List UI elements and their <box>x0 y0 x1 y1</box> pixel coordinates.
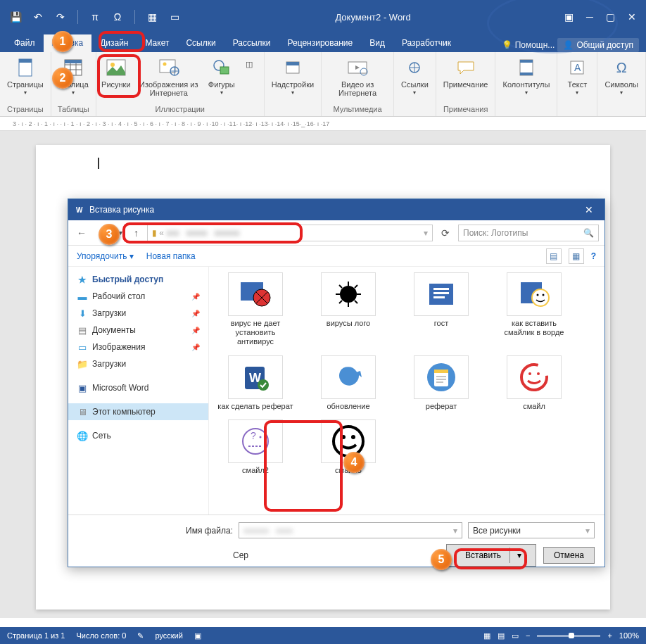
sidebar-word[interactable]: ▣Microsoft Word <box>68 379 208 396</box>
online-pictures-button[interactable]: Изображения из Интернета <box>133 55 205 99</box>
file-item[interactable]: обновление <box>310 355 386 411</box>
nav-up[interactable]: ↑ <box>131 226 141 240</box>
text-button[interactable]: AТекст▾ <box>562 55 593 98</box>
comment-icon <box>455 56 477 79</box>
addins-button[interactable]: Надстройки▾ <box>269 55 317 98</box>
maximize-icon[interactable]: ▢ <box>606 11 615 23</box>
new-folder-button[interactable]: Новая папка <box>146 251 196 261</box>
file-item[interactable]: вирусы лого <box>310 272 386 347</box>
zoom-in[interactable]: + <box>607 631 612 640</box>
qat-extra1[interactable]: π <box>88 10 102 24</box>
minimize-icon[interactable]: ─ <box>586 11 593 23</box>
share-button[interactable]: 👤Общий доступ <box>557 38 639 52</box>
file-item[interactable]: гост <box>403 272 479 347</box>
svg-point-47 <box>543 294 545 296</box>
shapes-icon <box>210 56 233 79</box>
nav-back[interactable]: ← <box>74 226 89 240</box>
svg-rect-21 <box>520 60 533 63</box>
tab-developer[interactable]: Разработчик <box>393 34 460 52</box>
cancel-button[interactable]: Отмена <box>543 547 595 564</box>
pictures-button[interactable]: Рисунки <box>101 55 132 90</box>
group-pages: Страницы▾ Страницы <box>0 52 51 116</box>
tools-button[interactable]: Сер <box>233 550 248 560</box>
insert-picture-dialog: W Вставка рисунка ✕ ← → ▾ ↑ ▮ « xxx xxxx… <box>68 198 605 567</box>
close-icon[interactable]: ✕ <box>628 11 636 23</box>
status-macro-icon[interactable]: ▣ <box>194 631 201 640</box>
view-read-icon[interactable]: ▦ <box>483 631 490 640</box>
zoom-out[interactable]: − <box>526 631 530 640</box>
sidebar-network[interactable]: 🌐Сеть <box>68 427 208 444</box>
view-button-2[interactable]: ▦ <box>569 248 584 264</box>
sidebar-documents[interactable]: ▤Документы📌 <box>68 322 208 339</box>
status-words[interactable]: Число слов: 0 <box>76 631 126 640</box>
tab-review[interactable]: Рецензирование <box>279 34 362 52</box>
tab-file[interactable]: Файл <box>6 34 44 52</box>
tab-design[interactable]: Дизайн <box>91 34 137 52</box>
view-print-icon[interactable]: ▤ <box>498 631 505 640</box>
file-item[interactable]: ?смайл2 <box>217 419 293 475</box>
shapes-button[interactable]: Фигуры▾ <box>206 55 237 98</box>
sidebar-desktop[interactable]: ▬Рабочий стол📌 <box>68 288 208 305</box>
view-button-1[interactable]: ▤ <box>546 248 562 264</box>
insert-button[interactable]: Вставить▾ <box>446 544 536 567</box>
page-icon <box>14 56 37 79</box>
headerfooter-icon <box>515 56 538 79</box>
svg-point-31 <box>340 286 357 303</box>
svg-text:W: W <box>76 206 83 214</box>
file-item[interactable]: Wкак сделать реферат <box>217 355 293 411</box>
tab-layout[interactable]: Макет <box>137 34 177 52</box>
ribbon-collapse-icon[interactable]: ▣ <box>564 11 574 23</box>
tell-me[interactable]: 💡Помощн... <box>502 40 555 50</box>
qat-undo[interactable]: ↶ <box>31 10 45 24</box>
file-item[interactable]: вирус не дает установить антивирус <box>217 272 293 347</box>
qat-table[interactable]: ▦ <box>145 10 159 24</box>
status-page[interactable]: Страница 1 из 1 <box>7 631 65 640</box>
sidebar-this-pc[interactable]: 🖥Этот компьютер <box>68 403 208 420</box>
svg-point-57 <box>521 365 547 390</box>
zoom-slider[interactable] <box>537 635 600 637</box>
word-icon: W <box>74 204 85 215</box>
help-icon[interactable]: ? <box>591 251 596 261</box>
status-proof-icon[interactable]: ✎ <box>137 631 144 640</box>
tab-references[interactable]: Ссылки <box>177 34 224 52</box>
zoom-level[interactable]: 100% <box>619 631 639 640</box>
sidebar-pictures[interactable]: ▭Изображения📌 <box>68 339 208 355</box>
file-item[interactable]: реферат <box>403 355 479 411</box>
symbols-button[interactable]: ΩСимволы▾ <box>602 55 641 98</box>
address-bar[interactable]: ▮ « xxx xxxxx xxxxxx▾ <box>147 225 433 241</box>
qat-redo[interactable]: ↷ <box>53 10 68 24</box>
smartart-button[interactable]: ◫ <box>239 55 260 73</box>
comment-button[interactable]: Примечание <box>441 55 491 90</box>
qat-page[interactable]: ▭ <box>167 10 182 24</box>
file-item[interactable]: как вставить смайлик в ворде <box>496 272 572 347</box>
window-buttons: ▣ ─ ▢ ✕ <box>564 11 643 23</box>
status-bar: Страница 1 из 1 Число слов: 0 ✎ русский … <box>0 627 646 644</box>
online-video-button[interactable]: Видео из Интернета <box>326 55 389 99</box>
dialog-titlebar[interactable]: W Вставка рисунка ✕ <box>68 199 604 220</box>
svg-rect-22 <box>520 72 533 75</box>
sidebar-downloads2[interactable]: 📁Загрузки <box>68 355 208 372</box>
sidebar-quick-access[interactable]: ★Быстрый доступ <box>68 271 208 288</box>
insert-dropdown-icon[interactable]: ▾ <box>513 548 526 563</box>
dialog-close-icon[interactable]: ✕ <box>579 203 599 217</box>
status-lang[interactable]: русский <box>155 631 182 640</box>
tab-mailings[interactable]: Рассылки <box>224 34 279 52</box>
headerfooter-button[interactable]: Колонтитулы▾ <box>500 55 552 98</box>
svg-line-39 <box>339 301 342 303</box>
pages-button[interactable]: Страницы▾ <box>4 55 46 98</box>
filter-combo[interactable]: Все рисунки▾ <box>468 522 595 538</box>
organize-button[interactable]: Упорядочить ▾ <box>77 251 134 261</box>
refresh-icon[interactable]: ⟳ <box>438 226 452 240</box>
search-input[interactable]: Поиск: Логотипы🔍 <box>458 225 599 241</box>
qat-save[interactable]: 💾 <box>8 10 23 24</box>
tab-view[interactable]: Вид <box>361 34 393 52</box>
svg-point-65 <box>351 435 355 439</box>
quick-access-toolbar: 💾 ↶ ↷ π Ω ▦ ▭ <box>3 10 182 24</box>
view-web-icon[interactable]: ▭ <box>512 631 519 640</box>
links-button[interactable]: Ссылки▾ <box>398 55 431 98</box>
svg-text:A: A <box>574 62 581 73</box>
qat-extra2[interactable]: Ω <box>110 10 125 24</box>
filename-input[interactable]: xxxxxx xxxx▾ <box>239 522 462 538</box>
file-item[interactable]: смайл <box>496 355 572 411</box>
sidebar-downloads[interactable]: ⬇Загрузки📌 <box>68 305 208 322</box>
